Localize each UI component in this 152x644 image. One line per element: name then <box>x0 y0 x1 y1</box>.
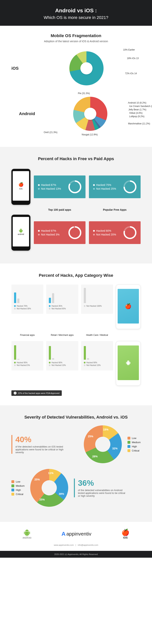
and-jb: Jelly Bean (1.7%) <box>128 108 146 111</box>
android-phone-screen: android <box>13 217 29 246</box>
ios-13: 18% iOs 13 <box>127 57 139 60</box>
leg-med2: Medium <box>16 484 25 487</box>
ios-low-val: 32% <box>112 447 118 450</box>
and-sev-pct: 36% <box>78 478 141 488</box>
ios-footer-label: iOS <box>123 536 128 539</box>
footer: android A appinventiv 🍎 iOS <box>0 522 152 544</box>
ios-retail-card: Hacked 35% Not Hacked 65% <box>46 284 78 314</box>
hero-title: Android vs iOS : <box>4 8 148 14</box>
leg-crit: Critical <box>132 449 139 452</box>
and-fin-nh: Not Hacked 5% <box>17 364 30 366</box>
and-oreo: Ore0 (21.3%) <box>44 131 57 134</box>
and-health-nh: Not Hacked 10% <box>87 364 101 366</box>
android-icon <box>18 228 23 233</box>
leg-crit2: Critical <box>16 493 23 496</box>
ios-phone-icon: 🍎 iOS <box>11 169 30 205</box>
android-labels: Pie (31.3%) Android 10 (8.2%) Ice Cream … <box>40 94 141 134</box>
ios-cat-row: Hacked 70% Not Hacked 30% Hacked 35% Not… <box>11 284 141 329</box>
ios-paid-ring <box>68 180 81 193</box>
info-icon: i <box>14 392 17 394</box>
and-sev-row: Low Medium High Critical 11% 25% 25% 39%… <box>11 469 141 507</box>
col-free: Popular Free Apps <box>89 208 141 211</box>
and-health-card: Hacked 90% Not Hacked 10% <box>81 341 113 370</box>
and-paid-nothacked: Not Hacked 3% <box>41 233 59 236</box>
ios-donut-chart: 10% Earlier 18% iOs 13 72% iOs 14 <box>32 48 141 88</box>
ios-paid-card: Hacked 87% Not Hacked 13% <box>34 176 86 198</box>
fda-text: 22% of the hacked apps were FDA Approved <box>18 392 59 394</box>
android-footer-label: android <box>23 537 31 539</box>
android-badge: android <box>23 529 31 539</box>
android-frag-row: Android Pie (31.3%) Android 10 (8.2%) Ic… <box>11 94 141 134</box>
leg-high: High <box>132 445 137 448</box>
ios-sev-donut: 15% 25% 28% 32% <box>84 425 122 463</box>
apple-icon: 🍎 <box>121 528 129 536</box>
leg-high2: High <box>16 488 21 492</box>
ios-free-card: Hacked 75% Not Hacked 25% <box>89 176 141 198</box>
ios-sev-row: 40% of the detected vulnerabilities on i… <box>11 425 141 463</box>
android-cat-screen <box>118 346 139 380</box>
ios-high-val: 25% <box>88 435 93 438</box>
fda-note: i 22% of the hacked apps were FDA Approv… <box>11 390 62 396</box>
ios-fin-nh: Not Hacked 30% <box>17 308 31 310</box>
cat-retail: Retail / Merchant apps <box>46 334 78 336</box>
ios-cat-screen: 🍎 <box>118 289 139 324</box>
brand-logo-icon: A <box>61 530 65 537</box>
hacks-title: Percent of Hacks in Free vs Paid Apps <box>11 156 141 161</box>
ios-fin-h: Hacked 70% <box>17 305 28 307</box>
severity-section: Severity of Detected Vulnerabilities, An… <box>0 405 152 522</box>
ios-sev-legend: Low Medium High Critical <box>127 436 141 453</box>
ios-hacks-row: 🍎 iOS Hacked 87% Not Hacked 13% Hacked 7… <box>11 169 141 205</box>
ios-badge: 🍎 iOS <box>121 528 129 539</box>
and-sev-legend: Low Medium High Critical <box>11 479 25 497</box>
and-a10: Android 10 (8.2%) <box>128 102 146 104</box>
ios-paid-hacked: Hacked 87% <box>41 184 56 186</box>
android-icon <box>125 360 131 366</box>
and-pie: Pie (31.3%) <box>78 92 90 95</box>
brand-name: appinventiv <box>66 531 91 537</box>
cat-health: Health Care / Medical <box>81 334 113 336</box>
android-phone-label: android <box>18 233 24 235</box>
ios-med-val: 28% <box>92 455 98 458</box>
and-free-ring <box>123 226 136 239</box>
fragmentation-section: Mobile OS Fragmentation Adoption of the … <box>0 26 152 147</box>
android-cat-row: Hacked 95% Not Hacked 5% Hacked 90% Not … <box>11 341 141 386</box>
android-label: Android <box>19 111 40 116</box>
category-section: Percent of Hacks, App Category Wise Hack… <box>0 264 152 405</box>
email: info@appinventiv.com <box>78 544 98 546</box>
cat-col-labels: Financial apps Retail / Merchant apps He… <box>11 334 141 336</box>
hacks-col-labels: Top 100 paid apps Popular Free Apps <box>34 208 141 211</box>
and-crit-val: 11% <box>48 472 53 474</box>
apple-icon: 🍎 <box>125 303 131 309</box>
contact-line: www.appinventiv.com | info@appinventiv.c… <box>0 544 152 551</box>
col-paid: Top 100 paid apps <box>34 208 86 211</box>
ios-labels: 10% Earlier 18% iOs 13 72% iOs 14 <box>32 48 141 88</box>
frag-title: Mobile OS Fragmentation <box>11 33 141 38</box>
frag-subtitle: Adoption of the latest version of iOS & … <box>11 40 141 43</box>
and-ics: Ice Cream Sandwich (0.2%) <box>129 105 152 108</box>
ios-sev-pie: 15% 25% 28% 32% <box>84 425 122 463</box>
ios-free-hacked: Hacked 75% <box>96 184 111 186</box>
android-icon <box>23 529 31 537</box>
and-free-hacked: Hacked 80% <box>96 229 111 232</box>
ios-retail-h: Hacked 35% <box>51 305 62 307</box>
ios-fin-card: Hacked 70% Not Hacked 30% <box>11 284 43 314</box>
and-fin-h: Hacked 95% <box>17 362 28 364</box>
android-cat-phone <box>116 341 141 386</box>
ios-paid-nothacked: Not Hacked 13% <box>41 187 61 190</box>
hero-header: Android vs iOS : Which OS is more secure… <box>0 0 152 26</box>
and-health-h: Hacked 90% <box>87 362 97 364</box>
ios-phone-screen: 🍎 iOS <box>13 171 29 201</box>
cat-fin: Financial apps <box>11 334 43 336</box>
copyright: 2020-2021 (c) Appinventiv, All Rights Re… <box>0 551 152 558</box>
and-retail-nh: Not Hacked 10% <box>51 364 66 366</box>
ios-crit-val: 15% <box>103 428 109 431</box>
ios-free-ring <box>123 180 136 193</box>
and-retail-card: Hacked 90% Not Hacked 10% <box>46 341 78 370</box>
leg-low: Low <box>132 437 136 440</box>
ios-14: 72% iOs 14 <box>125 72 137 75</box>
and-sev-pie: 11% 25% 25% 39% <box>30 469 68 507</box>
sep: | <box>75 544 76 546</box>
ios-label: iOS <box>11 66 32 71</box>
and-sev-text: 36% of the detected vulnerabilities on A… <box>74 478 141 497</box>
and-paid-hacked: Hacked 97% <box>41 229 56 232</box>
